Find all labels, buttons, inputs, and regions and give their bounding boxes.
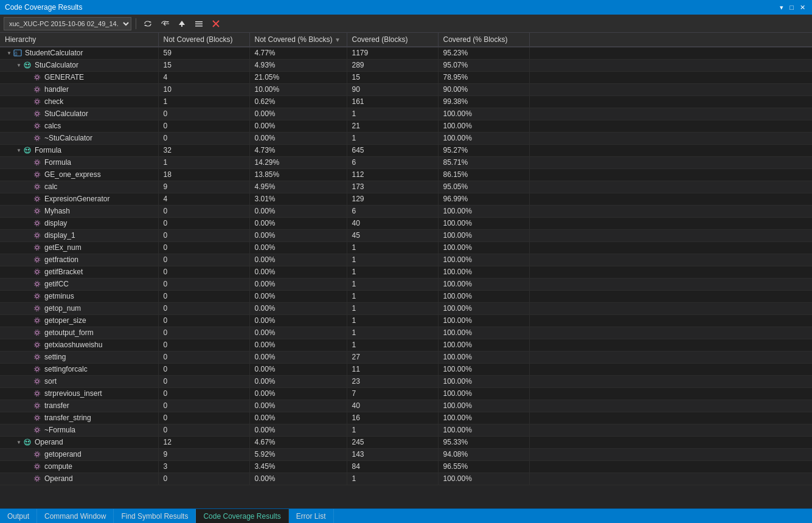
table-cell (529, 95, 812, 108)
svg-point-77 (26, 441, 27, 443)
expand-icon[interactable]: ▼ (16, 63, 22, 68)
svg-point-47 (35, 257, 40, 263)
svg-point-81 (36, 465, 39, 468)
table-cell: 100.00% (438, 314, 529, 327)
table-row: getminus00.00%1100.00% (0, 290, 812, 302)
table-cell: 9 (158, 181, 249, 193)
window-title: Code Coverage Results (5, 3, 82, 12)
table-cell: 0.00% (249, 400, 347, 412)
table-scroll[interactable]: Hierarchy Not Covered (Blocks) Not Cover… (0, 33, 812, 508)
node-icon (33, 268, 41, 276)
table-cell: 32 (158, 144, 249, 156)
node-name: settingforcalc (44, 365, 88, 373)
table-cell: 0 (158, 205, 249, 217)
svg-point-23 (36, 125, 39, 128)
table-cell (529, 168, 812, 181)
table-cell: 96.55% (438, 460, 529, 473)
svg-point-55 (35, 306, 40, 311)
merge-btn[interactable] (158, 17, 172, 30)
table-cell: 1 (347, 278, 438, 290)
table-cell: 0 (158, 302, 249, 314)
title-close-btn[interactable]: ✕ (798, 3, 807, 12)
col-header-notcovered[interactable]: Not Covered (Blocks) (158, 33, 249, 47)
table-cell: 0.00% (249, 132, 347, 144)
expand-icon[interactable]: ▼ (16, 148, 22, 153)
table-cell: 3.01% (249, 193, 347, 205)
node-icon (33, 414, 41, 422)
node-name: getoper_size (44, 316, 86, 325)
table-cell: 289 (347, 59, 438, 71)
node-name: ~Formula (44, 426, 75, 434)
svg-point-32 (36, 173, 39, 176)
svg-point-13 (26, 64, 27, 66)
table-cell: 0.00% (249, 351, 347, 363)
col-header-notcoveredpct[interactable]: Not Covered (% Blocks) ▼ (249, 33, 347, 47)
table-cell: 4.95% (249, 181, 347, 193)
table-cell: 95.23% (438, 47, 529, 59)
node-icon (33, 109, 41, 118)
table-row: check10.62%16199.38% (0, 95, 812, 108)
col-header-hierarchy[interactable]: Hierarchy (0, 33, 158, 47)
table-cell: 4 (158, 193, 249, 205)
table-cell: 645 (347, 144, 438, 156)
title-restore-btn[interactable]: □ (788, 3, 796, 12)
tab-find-symbol[interactable]: Find Symbol Results (114, 509, 196, 523)
svg-point-72 (36, 417, 39, 420)
table-row: ~Formula00.00%1100.00% (0, 424, 812, 436)
table-row: getifBracket00.00%1100.00% (0, 266, 812, 278)
table-cell: 85.71% (438, 156, 529, 168)
table-cell: 100.00% (438, 290, 529, 302)
node-name: display (44, 219, 67, 227)
table-cell: 6 (347, 156, 438, 168)
table-cell: 0 (158, 339, 249, 351)
svg-point-16 (35, 75, 40, 80)
table-cell: 100.00% (438, 108, 529, 120)
tab-error-list[interactable]: Error List (289, 509, 334, 523)
node-icon (33, 219, 41, 227)
expand-icon[interactable]: ▼ (16, 440, 22, 445)
clear-btn[interactable] (209, 17, 223, 30)
coverage-file-select[interactable]: xuc_XUC-PC 2015-10-06 02_49_14.cover (4, 17, 131, 30)
table-cell: 10.00% (249, 83, 347, 95)
node-icon (33, 401, 41, 410)
table-cell: 1 (347, 290, 438, 302)
refresh-btn[interactable] (141, 17, 155, 30)
table-cell: 100.00% (438, 387, 529, 400)
table-row: getfraction00.00%1100.00% (0, 254, 812, 266)
table-cell: 3.45% (249, 460, 347, 473)
table-cell: 100.00% (438, 327, 529, 339)
node-name: handler (44, 85, 69, 94)
table-cell (529, 314, 812, 327)
table-cell: 0.00% (249, 387, 347, 400)
up-btn[interactable] (175, 17, 189, 30)
table-cell: 0.00% (249, 473, 347, 485)
settings-btn[interactable] (192, 17, 206, 30)
tab-command-window[interactable]: Command Window (37, 509, 114, 523)
table-cell: 1 (347, 314, 438, 327)
table-cell: 16 (347, 412, 438, 424)
table-cell (529, 327, 812, 339)
tab-output[interactable]: Output (0, 509, 37, 523)
svg-point-39 (35, 209, 40, 214)
table-cell (529, 254, 812, 266)
table-row: getop_num00.00%1100.00% (0, 302, 812, 314)
node-icon (33, 243, 41, 252)
expand-icon[interactable]: ▼ (6, 50, 12, 56)
title-dropdown-btn[interactable]: ▾ (778, 3, 785, 12)
table-row: getoutput_form00.00%1100.00% (0, 327, 812, 339)
table-cell: 0 (158, 400, 249, 412)
node-name: Formula (44, 158, 71, 167)
col-header-coveredpct[interactable]: Covered (% Blocks) (438, 33, 529, 47)
node-icon (33, 341, 41, 349)
table-cell: 4.93% (249, 59, 347, 71)
table-row: display_100.00%45100.00% (0, 229, 812, 241)
svg-point-71 (35, 403, 40, 409)
table-cell: 0 (158, 351, 249, 363)
table-row: ▼Formula324.73%64595.27% (0, 144, 812, 156)
svg-point-61 (35, 342, 40, 348)
tab-code-coverage[interactable]: Code Coverage Results (196, 509, 288, 523)
col-header-covered[interactable]: Covered (Blocks) (347, 33, 438, 47)
svg-point-14 (28, 64, 30, 66)
svg-point-41 (35, 221, 40, 226)
table-cell: 0.00% (249, 120, 347, 132)
